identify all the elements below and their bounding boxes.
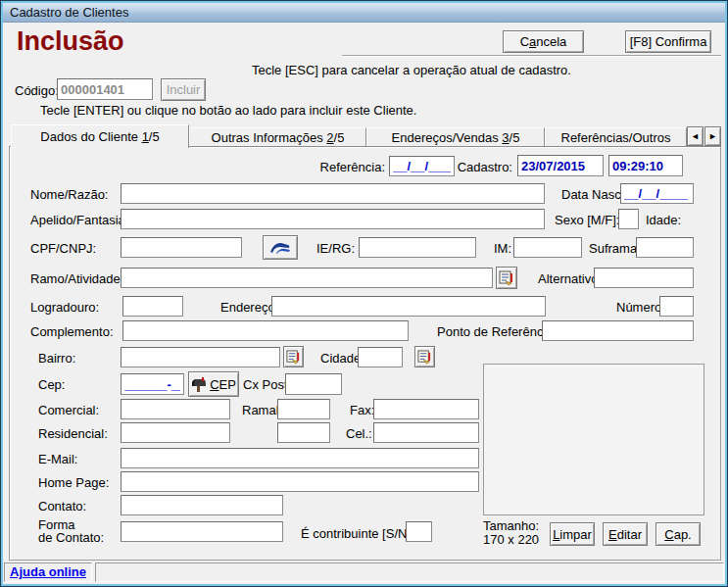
residencial-input[interactable] bbox=[121, 422, 230, 443]
receita-federal-icon bbox=[268, 240, 292, 255]
nome-razao-input[interactable] bbox=[121, 183, 545, 204]
ramal-comercial-input[interactable] bbox=[277, 399, 330, 419]
forma-contato-input[interactable] bbox=[121, 521, 283, 542]
ie-rg-input[interactable] bbox=[359, 237, 476, 258]
cap-button[interactable]: Cap. bbox=[655, 522, 701, 546]
cep-search-button[interactable]: CEP bbox=[188, 371, 239, 397]
ramo-lookup-button[interactable] bbox=[496, 267, 517, 289]
sexo-input[interactable] bbox=[618, 209, 639, 229]
forma-contato-label-line2: de Contato: bbox=[38, 530, 104, 545]
cadastro-time-input[interactable] bbox=[608, 155, 683, 176]
fax-label: Fax: bbox=[350, 403, 374, 417]
enter-hint: Tecle [ENTER] ou clique no botão ao lado… bbox=[40, 103, 416, 118]
ponto-referencia-input[interactable] bbox=[542, 320, 694, 341]
tab-dados-do-cliente[interactable]: Dados do Cliente 1/5 bbox=[11, 124, 189, 148]
logradouro-input[interactable] bbox=[122, 296, 183, 317]
confirma-button[interactable]: [F8] Confirma bbox=[625, 30, 711, 53]
contribuinte-input[interactable] bbox=[406, 521, 432, 542]
contato-input[interactable] bbox=[121, 495, 283, 515]
home-page-label: Home Page: bbox=[38, 475, 109, 490]
data-nasc-input[interactable] bbox=[620, 183, 694, 204]
arrow-right-icon: ► bbox=[708, 131, 717, 141]
lookup-list-icon bbox=[286, 350, 301, 365]
cel-label: Cel.: bbox=[346, 426, 372, 441]
home-page-input[interactable] bbox=[121, 471, 479, 492]
tab-scroll-left-button[interactable]: ◄ bbox=[687, 126, 704, 146]
cx-postal-input[interactable] bbox=[285, 373, 342, 395]
ponto-referencia-label: Ponto de Referência: bbox=[437, 324, 557, 339]
suframa-input[interactable] bbox=[636, 237, 694, 258]
esc-hint: Tecle [ESC] para cancelar a operação atu… bbox=[252, 63, 571, 77]
numero-input[interactable] bbox=[659, 296, 694, 317]
ajuda-online-link[interactable]: Ajuda online bbox=[10, 564, 86, 579]
comercial-label: Comercial: bbox=[38, 403, 99, 417]
lookup-list-icon bbox=[417, 350, 432, 365]
cep-input[interactable] bbox=[121, 373, 184, 395]
mailbox-icon bbox=[191, 376, 207, 393]
apelido-fantasia-input[interactable] bbox=[121, 209, 545, 229]
lookup-list-icon bbox=[499, 270, 514, 286]
cadastro-clientes-window: Cadastro de Clientes Inclusão Cancela [F… bbox=[0, 0, 728, 587]
status-panel-empty bbox=[95, 563, 724, 582]
cadastro-label: Cadastro: bbox=[442, 160, 512, 174]
receita-federal-button[interactable] bbox=[263, 235, 298, 260]
fax-input[interactable] bbox=[373, 399, 479, 419]
photo-size-value: 170 x 220 bbox=[483, 532, 539, 547]
codigo-input[interactable] bbox=[57, 78, 153, 100]
nome-razao-label: Nome/Razão: bbox=[30, 187, 108, 202]
cancela-button[interactable]: Cancela bbox=[503, 30, 584, 53]
sexo-label: Sexo [M/F]: bbox=[555, 213, 619, 227]
cadastro-date-input[interactable] bbox=[517, 155, 604, 176]
cpf-cnpj-input[interactable] bbox=[121, 237, 242, 258]
contato-label: Contato: bbox=[38, 499, 86, 514]
email-label: E-Mail: bbox=[38, 452, 77, 466]
numero-label: Número: bbox=[616, 300, 665, 315]
cidade-lookup-button[interactable] bbox=[414, 346, 435, 367]
help-panel: Ajuda online bbox=[4, 563, 92, 582]
tab-referencias-outros[interactable]: Referências/Outros bbox=[545, 127, 687, 148]
tab-scroll-right-button[interactable]: ► bbox=[704, 126, 721, 146]
bairro-lookup-button[interactable] bbox=[283, 346, 304, 367]
endereco-input[interactable] bbox=[271, 296, 546, 317]
title-bar: Cadastro de Clientes bbox=[3, 3, 725, 23]
contribuinte-label: É contribuinte [S/N] ? bbox=[301, 526, 421, 541]
data-nasc-label: Data Nasc. bbox=[561, 187, 624, 202]
tab-enderecos-vendas[interactable]: Endereços/Vendas 3/5 bbox=[366, 127, 545, 148]
ramal-residencial-input[interactable] bbox=[277, 422, 330, 443]
endereco-label: Endereço: bbox=[220, 300, 278, 315]
im-label: IM: bbox=[494, 241, 511, 256]
idade-label: Idade: bbox=[646, 213, 681, 227]
referencia-label: Referência: bbox=[305, 160, 385, 174]
codigo-label: Código: bbox=[15, 83, 59, 98]
alternativo-input[interactable] bbox=[594, 268, 694, 288]
suframa-label: Suframa: bbox=[589, 241, 641, 256]
page-title: Inclusão bbox=[17, 26, 124, 57]
email-input[interactable] bbox=[121, 448, 479, 468]
logradouro-label: Logradouro: bbox=[30, 300, 99, 315]
header-divider bbox=[342, 55, 721, 57]
residencial-label: Residencial: bbox=[38, 426, 108, 441]
tab-strip: Dados do Cliente 1/5 Outras Informações … bbox=[9, 124, 721, 147]
cpf-cnpj-label: CPF/CNPJ: bbox=[30, 241, 96, 256]
cidade-input[interactable] bbox=[358, 347, 403, 367]
ramal-label: Ramal: bbox=[242, 403, 282, 417]
apelido-fantasia-label: Apelido/Fantasia: bbox=[30, 213, 128, 227]
photo-placeholder bbox=[483, 364, 704, 515]
editar-button[interactable]: Editar bbox=[603, 522, 648, 546]
ramo-atividade-label: Ramo/Atividade: bbox=[30, 271, 123, 286]
ramo-atividade-input[interactable] bbox=[121, 268, 493, 288]
ie-rg-label: IE/RG: bbox=[316, 241, 355, 256]
bairro-label: Bairro: bbox=[38, 351, 75, 366]
status-bar: Ajuda online bbox=[4, 563, 724, 582]
cel-input[interactable] bbox=[373, 422, 479, 443]
photo-size-label: Tamanho: bbox=[483, 518, 539, 533]
complemento-input[interactable] bbox=[122, 320, 409, 341]
tab-outras-informacoes[interactable]: Outras Informações 2/5 bbox=[189, 127, 366, 148]
comercial-input[interactable] bbox=[121, 399, 230, 419]
complemento-label: Complemento: bbox=[30, 324, 114, 339]
limpar-button[interactable]: Limpar bbox=[550, 522, 595, 546]
bairro-input[interactable] bbox=[121, 347, 280, 367]
cep-label: Cep: bbox=[38, 377, 65, 392]
incluir-button[interactable]: Incluir bbox=[161, 78, 206, 101]
im-input[interactable] bbox=[513, 237, 582, 258]
